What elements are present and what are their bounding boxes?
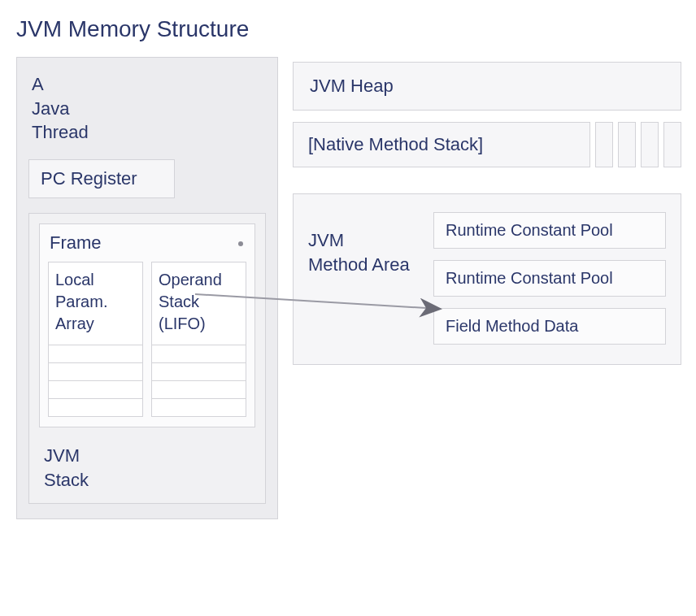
- array-slot: [49, 398, 142, 416]
- frame-title: Frame: [48, 232, 102, 254]
- connector-dot-icon: [238, 241, 243, 246]
- method-area-label: JVMMethod Area: [308, 212, 422, 345]
- java-thread-box: AJavaThread PC Register Frame LocalParam…: [16, 57, 278, 519]
- operand-stack-box: OperandStack(LIFO): [151, 262, 246, 417]
- jvm-heap-box: JVM Heap: [293, 62, 681, 111]
- runtime-constant-pool-box: Runtime Constant Pool: [433, 212, 666, 249]
- diagram-title: JVM Memory Structure: [16, 16, 680, 42]
- native-slot: [618, 122, 636, 167]
- field-method-data-box: Field Method Data: [433, 308, 666, 345]
- native-slot: [641, 122, 659, 167]
- operand-stack-label: OperandStack(LIFO): [152, 262, 246, 345]
- frame-box: Frame LocalParam.Array OperandStack(LIFO…: [39, 223, 255, 427]
- stack-slot: [152, 398, 246, 416]
- jvm-stack-label: JVMStack: [39, 442, 255, 493]
- native-slot: [595, 122, 613, 167]
- array-slot: [49, 380, 142, 398]
- runtime-constant-pool-box: Runtime Constant Pool: [433, 260, 666, 297]
- jvm-method-area-box: JVMMethod Area Runtime Constant Pool Run…: [293, 193, 681, 365]
- array-slot: [49, 345, 142, 362]
- native-slot: [663, 122, 681, 167]
- jvm-stack-box: Frame LocalParam.Array OperandStack(LIFO…: [28, 213, 266, 504]
- array-slot: [49, 362, 142, 380]
- local-param-array-box: LocalParam.Array: [48, 262, 143, 417]
- local-array-label: LocalParam.Array: [49, 262, 142, 345]
- stack-slot: [152, 380, 246, 398]
- thread-label: AJavaThread: [28, 72, 266, 145]
- native-method-stack-row: [Native Method Stack]: [293, 122, 681, 167]
- native-method-stack-box: [Native Method Stack]: [293, 122, 590, 167]
- stack-slot: [152, 362, 246, 380]
- stack-slot: [152, 345, 246, 362]
- pc-register-box: PC Register: [28, 159, 175, 198]
